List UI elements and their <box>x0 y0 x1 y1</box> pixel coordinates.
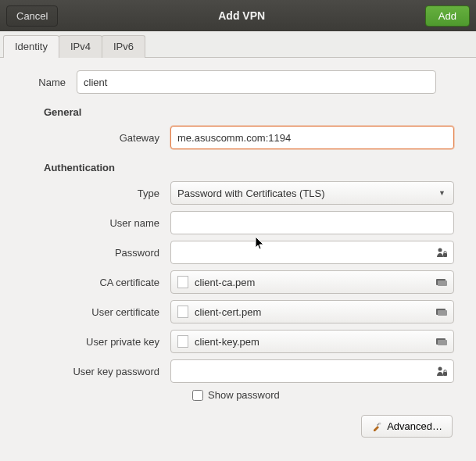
user-cert-filename: client-cert.pem <box>195 306 435 318</box>
key-password-field-wrap <box>170 359 454 383</box>
content-area: Name General Gateway Authentication Type… <box>0 58 476 447</box>
password-field-wrap <box>170 241 454 264</box>
tab-ipv6[interactable]: IPv6 <box>102 35 145 58</box>
user-key-label: User private key <box>22 336 170 348</box>
type-select[interactable]: Password with Certificates (TLS) ▼ <box>170 181 454 205</box>
user-lock-icon[interactable] <box>436 247 447 258</box>
svg-rect-5 <box>438 310 447 316</box>
user-lock-icon[interactable] <box>436 366 447 377</box>
user-key-filename: client-key.pem <box>195 336 435 348</box>
name-input[interactable] <box>77 70 436 94</box>
user-cert-label: User certificate <box>22 306 170 318</box>
name-label: Name <box>22 77 77 88</box>
username-label: User name <box>22 217 170 229</box>
tab-bar: Identity IPv4 IPv6 <box>0 31 476 58</box>
svg-rect-9 <box>443 372 447 376</box>
folder-open-icon <box>435 277 449 288</box>
cancel-button[interactable]: Cancel <box>6 5 58 27</box>
document-icon <box>177 306 188 318</box>
svg-rect-7 <box>438 340 447 345</box>
key-password-input[interactable] <box>177 361 436 381</box>
type-label: Type <box>22 188 170 199</box>
svg-point-8 <box>438 367 442 371</box>
window-title: Add VPN <box>218 9 265 22</box>
password-input[interactable] <box>177 242 436 263</box>
folder-open-icon <box>435 306 449 317</box>
folder-open-icon <box>435 336 449 347</box>
show-password-checkbox[interactable] <box>192 390 203 401</box>
user-key-chooser[interactable]: client-key.pem <box>170 330 454 353</box>
svg-point-10 <box>379 422 381 424</box>
svg-rect-3 <box>438 281 447 286</box>
username-input[interactable] <box>170 211 454 234</box>
section-auth: Authentication <box>44 162 454 173</box>
document-icon <box>177 335 188 348</box>
ca-cert-chooser[interactable]: client-ca.pem <box>170 270 454 294</box>
tab-identity[interactable]: Identity <box>3 35 59 58</box>
gateway-input[interactable] <box>170 126 454 149</box>
titlebar: Cancel Add VPN Add <box>0 0 476 31</box>
ca-cert-filename: client-ca.pem <box>195 277 435 288</box>
advanced-label: Advanced… <box>387 420 442 432</box>
user-cert-chooser[interactable]: client-cert.pem <box>170 300 454 323</box>
add-button[interactable]: Add <box>425 5 470 27</box>
type-value: Password with Certificates (TLS) <box>177 188 325 199</box>
section-general: General <box>44 106 454 118</box>
key-password-label: User key password <box>22 366 170 377</box>
tab-ipv4[interactable]: IPv4 <box>59 35 102 58</box>
advanced-button[interactable]: Advanced… <box>361 415 453 438</box>
chevron-down-icon: ▼ <box>438 189 446 197</box>
svg-point-0 <box>438 248 442 252</box>
ca-cert-label: CA certificate <box>22 277 170 288</box>
svg-rect-1 <box>443 253 447 257</box>
gateway-label: Gateway <box>22 132 170 144</box>
document-icon <box>177 276 188 288</box>
show-password-label: Show password <box>208 389 280 401</box>
tools-icon <box>371 421 382 432</box>
password-label: Password <box>22 247 170 259</box>
